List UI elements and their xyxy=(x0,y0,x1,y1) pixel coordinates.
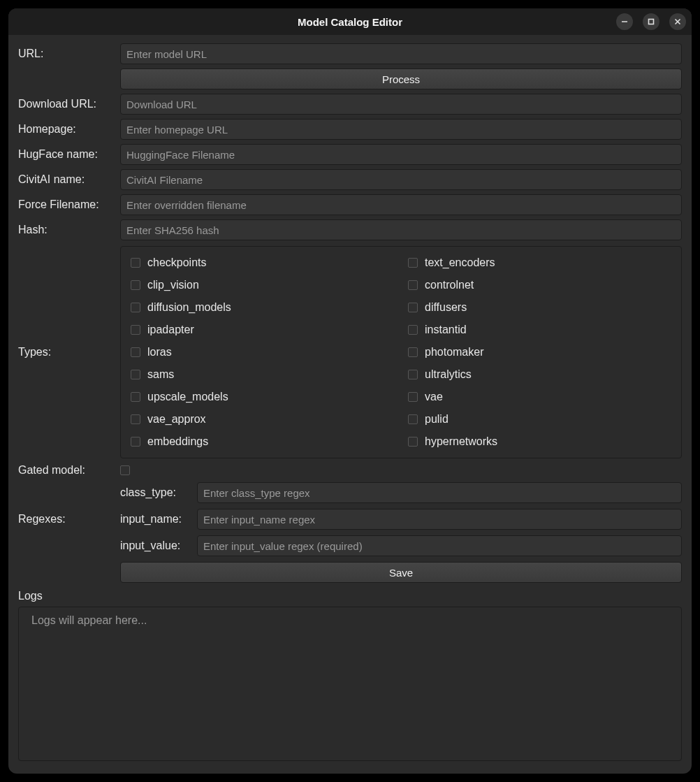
input-name-input[interactable] xyxy=(197,509,682,530)
type-label: diffusers xyxy=(425,301,467,314)
type-option-ipadapter: ipadapter xyxy=(131,324,394,336)
maximize-icon xyxy=(648,18,655,25)
input-value-label: input_value: xyxy=(120,540,193,552)
input-value-row: input_value: xyxy=(120,535,682,556)
close-icon xyxy=(674,18,681,25)
type-option-pulid: pulid xyxy=(408,413,671,426)
logs-output: Logs will appear here... xyxy=(18,607,682,761)
window-title: Model Catalog Editor xyxy=(298,16,402,28)
type-label: photomaker xyxy=(425,346,484,359)
download-url-label: Download URL: xyxy=(18,98,115,110)
type-label: text_encoders xyxy=(425,256,495,269)
hash-row: Hash: xyxy=(18,219,682,240)
type-checkbox-ultralytics[interactable] xyxy=(408,370,418,379)
url-label: URL: xyxy=(18,48,115,60)
gated-row: Gated model: xyxy=(18,464,682,477)
type-checkbox-loras[interactable] xyxy=(131,347,140,357)
save-button[interactable]: Save xyxy=(120,562,682,583)
type-option-clip_vision: clip_vision xyxy=(131,279,394,291)
type-label: pulid xyxy=(425,413,449,426)
type-checkbox-vae[interactable] xyxy=(408,392,418,402)
type-option-sams: sams xyxy=(131,368,394,381)
gated-checkbox[interactable] xyxy=(120,465,130,475)
hugface-row: HugFace name: xyxy=(18,144,682,165)
type-label: clip_vision xyxy=(147,279,199,291)
hugface-input[interactable] xyxy=(120,144,682,165)
type-checkbox-embeddings[interactable] xyxy=(131,437,140,447)
type-label: hypernetworks xyxy=(425,435,497,448)
force-filename-row: Force Filename: xyxy=(18,194,682,215)
type-label: vae xyxy=(425,391,443,403)
close-button[interactable] xyxy=(669,13,686,30)
civitai-label: CivitAI name: xyxy=(18,173,115,186)
type-checkbox-vae_approx[interactable] xyxy=(131,414,140,424)
type-checkbox-sams[interactable] xyxy=(131,370,140,379)
content-area: URL: Process Download URL: Homepage: Hug… xyxy=(8,35,692,774)
url-input[interactable] xyxy=(120,43,682,64)
type-checkbox-controlnet[interactable] xyxy=(408,280,418,290)
class-type-label: class_type: xyxy=(120,486,193,499)
gated-label: Gated model: xyxy=(18,464,115,477)
type-label: ipadapter xyxy=(147,324,194,336)
type-label: sams xyxy=(147,368,174,381)
type-option-text_encoders: text_encoders xyxy=(408,256,671,269)
civitai-input[interactable] xyxy=(120,169,682,190)
window-controls xyxy=(616,8,686,35)
process-button[interactable]: Process xyxy=(120,68,682,89)
class-type-input[interactable] xyxy=(197,482,682,503)
type-option-upscale_models: upscale_models xyxy=(131,391,394,403)
process-row: Process xyxy=(18,68,682,89)
homepage-input[interactable] xyxy=(120,119,682,140)
type-label: loras xyxy=(147,346,172,359)
type-label: embeddings xyxy=(147,435,208,448)
type-option-hypernetworks: hypernetworks xyxy=(408,435,671,448)
type-label: diffusion_models xyxy=(147,301,231,314)
type-checkbox-diffusion_models[interactable] xyxy=(131,303,140,312)
type-label: upscale_models xyxy=(147,391,228,403)
titlebar: Model Catalog Editor xyxy=(8,8,692,35)
types-row: Types: checkpointstext_encodersclip_visi… xyxy=(18,246,682,458)
type-checkbox-upscale_models[interactable] xyxy=(131,392,140,402)
force-filename-input[interactable] xyxy=(120,194,682,215)
svg-rect-1 xyxy=(649,20,654,24)
type-checkbox-text_encoders[interactable] xyxy=(408,258,418,268)
type-option-controlnet: controlnet xyxy=(408,279,671,291)
type-label: instantid xyxy=(425,324,467,336)
type-label: ultralytics xyxy=(425,368,472,381)
type-checkbox-ipadapter[interactable] xyxy=(131,325,140,335)
type-option-checkpoints: checkpoints xyxy=(131,256,394,269)
url-row: URL: xyxy=(18,43,682,64)
minimize-button[interactable] xyxy=(616,13,633,30)
logs-placeholder: Logs will appear here... xyxy=(31,614,147,626)
type-label: checkpoints xyxy=(147,256,207,269)
type-option-embeddings: embeddings xyxy=(131,435,394,448)
homepage-label: Homepage: xyxy=(18,123,115,136)
type-checkbox-photomaker[interactable] xyxy=(408,347,418,357)
type-checkbox-hypernetworks[interactable] xyxy=(408,437,418,447)
type-option-instantid: instantid xyxy=(408,324,671,336)
type-option-loras: loras xyxy=(131,346,394,359)
types-label: Types: xyxy=(18,346,115,359)
hugface-label: HugFace name: xyxy=(18,148,115,161)
type-checkbox-checkpoints[interactable] xyxy=(131,258,140,268)
type-option-photomaker: photomaker xyxy=(408,346,671,359)
input-name-label: input_name: xyxy=(120,513,193,526)
types-grid: checkpointstext_encodersclip_visioncontr… xyxy=(120,246,682,458)
force-filename-label: Force Filename: xyxy=(18,198,115,211)
input-value-input[interactable] xyxy=(197,535,682,556)
logs-label: Logs xyxy=(18,590,682,602)
type-checkbox-diffusers[interactable] xyxy=(408,303,418,312)
hash-input[interactable] xyxy=(120,219,682,240)
type-option-diffusion_models: diffusion_models xyxy=(131,301,394,314)
minimize-icon xyxy=(621,18,628,25)
type-option-ultralytics: ultralytics xyxy=(408,368,671,381)
download-url-input[interactable] xyxy=(120,94,682,115)
input-name-row: input_name: xyxy=(120,509,682,530)
type-checkbox-clip_vision[interactable] xyxy=(131,280,140,290)
type-checkbox-instantid[interactable] xyxy=(408,325,418,335)
type-option-vae_approx: vae_approx xyxy=(131,413,394,426)
civitai-row: CivitAI name: xyxy=(18,169,682,190)
maximize-button[interactable] xyxy=(643,13,659,30)
regexes-label: Regexes: xyxy=(18,513,115,526)
type-checkbox-pulid[interactable] xyxy=(408,414,418,424)
